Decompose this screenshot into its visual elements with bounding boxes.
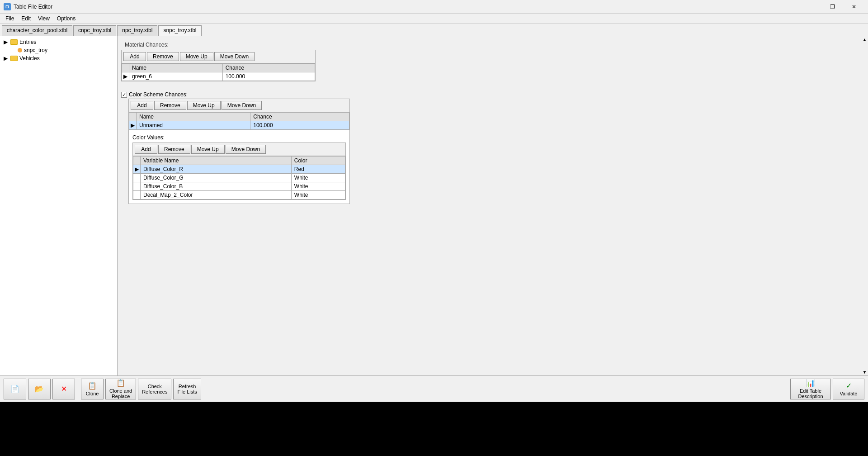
menu-edit[interactable]: Edit (18, 14, 34, 23)
black-area (0, 402, 868, 456)
th-color: Color (291, 157, 345, 165)
color-scheme-table-wrapper: Add Remove Move Up Move Down Name Chance (128, 99, 350, 204)
color-cell: Red (291, 165, 345, 174)
minimize-button[interactable]: — (800, 0, 821, 14)
row-arrow: ▶ (133, 165, 141, 174)
material-movedown-btn[interactable]: Move Down (214, 52, 255, 61)
menu-view[interactable]: View (34, 14, 53, 23)
open-file-icon: 📂 (35, 385, 44, 393)
material-chances-section: Material Chances: Add Remove Move Up Mov… (121, 40, 857, 81)
tab-cnpc-troy[interactable]: cnpc_troy.xtbl (73, 25, 116, 36)
menu-file[interactable]: File (2, 14, 18, 23)
tab-snpc-troy[interactable]: snpc_troy.xtbl (158, 25, 201, 36)
validate-icon: ✓ (846, 381, 852, 390)
table-row[interactable]: ▶ Diffuse_Color_R Red (133, 165, 345, 174)
validate-button[interactable]: ✓ Validate (833, 379, 864, 399)
folder-icon-vehicles (10, 56, 18, 61)
scheme-movedown-btn[interactable]: Move Down (222, 101, 262, 110)
th-arrow-scheme (129, 113, 137, 121)
scheme-add-btn[interactable]: Add (131, 101, 153, 110)
variable-name-cell: Diffuse_Color_R (141, 165, 292, 174)
clone-replace-button[interactable]: 📋 Clone and Replace (105, 379, 136, 399)
color-values-section: Color Values: Add Remove Move Up Move Do… (132, 133, 346, 200)
th-arrow (122, 64, 129, 72)
color-scheme-checkbox[interactable] (121, 92, 127, 98)
window-controls: — ❒ ✕ (800, 0, 864, 14)
variable-name-cell: Diffuse_Color_B (141, 182, 292, 191)
clone-label: Clone (86, 391, 99, 396)
th-variable-name: Variable Name (141, 157, 292, 165)
color-add-btn[interactable]: Add (135, 145, 157, 154)
material-chance-cell: 100.000 (222, 72, 315, 81)
menu-options[interactable]: Options (53, 14, 79, 23)
table-row[interactable]: Decal_Map_2_Color White (133, 191, 345, 200)
row-arrow (133, 182, 141, 191)
sidebar-entries-label: Entries (19, 39, 36, 45)
row-arrow (133, 174, 141, 182)
tab-npc-troy[interactable]: npc_troy.xtbl (117, 25, 157, 36)
edit-table-desc-label: Edit Table Description (798, 388, 823, 399)
content-area: Material Chances: Add Remove Move Up Mov… (118, 36, 861, 375)
validate-label: Validate (840, 391, 858, 396)
color-values-table-wrapper: Add Remove Move Up Move Down Variable Na… (132, 142, 346, 200)
scheme-remove-btn[interactable]: Remove (154, 101, 186, 110)
color-remove-btn[interactable]: Remove (158, 145, 190, 154)
color-cell: White (291, 191, 345, 200)
folder-icon (10, 39, 18, 45)
material-add-btn[interactable]: Add (123, 52, 146, 61)
toolbar-divider (78, 380, 78, 398)
color-scheme-label: Color Scheme Chances: (129, 91, 188, 98)
close-button[interactable]: ✕ (844, 0, 864, 14)
color-moveup-btn[interactable]: Move Up (191, 145, 225, 154)
th-arrow-color (133, 157, 141, 165)
menu-bar: File Edit View Options (0, 14, 868, 24)
tab-character-color-pool[interactable]: character_color_pool.xtbl (2, 25, 72, 36)
delete-button[interactable]: ✕ (52, 379, 75, 399)
row-arrow: ▶ (122, 72, 129, 81)
open-file-button[interactable]: 📂 (28, 379, 51, 399)
title-bar: FI Table File Editor — ❒ ✕ (0, 0, 868, 14)
variable-name-cell: Decal_Map_2_Color (141, 191, 292, 200)
color-scheme-header: Color Scheme Chances: (121, 89, 857, 99)
table-row[interactable]: Diffuse_Color_B White (133, 182, 345, 191)
color-scheme-table: Name Chance ▶ Unnamed 100.000 (129, 112, 349, 130)
new-file-button[interactable]: 📄 (4, 379, 26, 399)
variable-name-cell: Diffuse_Color_G (141, 174, 292, 182)
th-scheme-name: Name (137, 113, 250, 121)
material-moveup-btn[interactable]: Move Up (180, 52, 213, 61)
scrollbar-right[interactable]: ▲ ▼ (861, 36, 868, 375)
material-remove-btn[interactable]: Remove (147, 52, 179, 61)
app-icon: FI (4, 3, 11, 10)
table-row[interactable]: Diffuse_Color_G White (133, 174, 345, 182)
sidebar-item-snpc-troy[interactable]: ▶ snpc_troy (2, 46, 115, 54)
right-toolbar-buttons: 📊 Edit Table Description ✓ Validate (790, 379, 864, 399)
material-chances-table-wrapper: Add Remove Move Up Move Down Name Chance (121, 50, 316, 81)
maximize-button[interactable]: ❒ (822, 0, 843, 14)
material-name-cell: green_6 (129, 72, 223, 81)
sidebar-vehicles-label: Vehicles (19, 55, 40, 62)
refresh-file-lists-label: Refresh File Lists (177, 384, 197, 394)
table-row[interactable]: ▶ Unnamed 100.000 (129, 121, 349, 130)
scheme-moveup-btn[interactable]: Move Up (187, 101, 221, 110)
clone-replace-label: Clone and Replace (109, 388, 132, 399)
edit-table-desc-button[interactable]: 📊 Edit Table Description (790, 379, 831, 399)
table-row[interactable]: ▶ green_6 100.000 (122, 72, 315, 81)
th-material-name: Name (129, 64, 223, 72)
tabs-bar: character_color_pool.xtbl cnpc_troy.xtbl… (0, 24, 868, 36)
sidebar-snpc-troy-label: snpc_troy (24, 47, 47, 53)
check-references-label: Check References (142, 384, 167, 394)
sidebar-entries[interactable]: ▶ Entries (2, 38, 115, 46)
sidebar-item-vehicles[interactable]: ▶ Vehicles (2, 54, 115, 62)
th-material-chance: Chance (222, 64, 315, 72)
color-movedown-btn[interactable]: Move Down (226, 145, 266, 154)
check-references-button[interactable]: Check References (138, 379, 171, 399)
material-chances-toolbar: Add Remove Move Up Move Down (122, 50, 315, 63)
row-arrow (133, 191, 141, 200)
new-file-icon: 📄 (10, 385, 19, 393)
refresh-file-lists-button[interactable]: Refresh File Lists (173, 379, 201, 399)
material-chances-table: Name Chance ▶ green_6 100.000 (122, 63, 315, 81)
scheme-name-cell: Unnamed (137, 121, 250, 130)
th-scheme-chance: Chance (250, 113, 349, 121)
clone-icon: 📋 (88, 381, 97, 390)
clone-button[interactable]: 📋 Clone (81, 379, 104, 399)
